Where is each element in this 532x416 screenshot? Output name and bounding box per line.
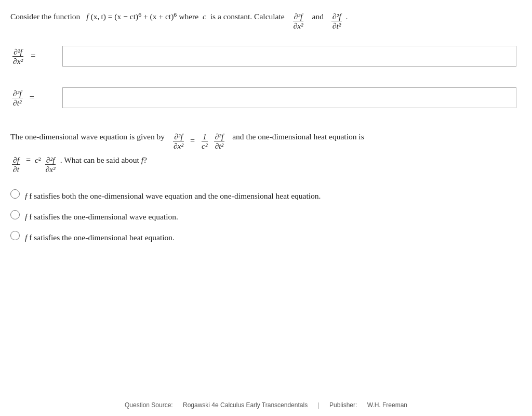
footer-source-label: Question Source: [125, 401, 173, 409]
radio-opt2-label[interactable]: f f satisfies the one-dimensional wave e… [25, 212, 178, 222]
wave-rhs-deriv-frac: ∂²f ∂t² [214, 132, 225, 150]
label-frac-dt2-den: ∂t² [12, 98, 23, 107]
calc-frac2-den: ∂t² [331, 21, 342, 30]
heat-rhs-frac: ∂²f ∂x² [45, 155, 57, 174]
function-eq: (x, t) = (x − ct)⁶ + (x + ct)⁶ where [91, 10, 201, 23]
function-def: f [86, 10, 88, 23]
wave-equation-line: The one-dimensional wave equation is giv… [10, 129, 516, 150]
label-fraction-dt2: ∂²f ∂t² [12, 89, 23, 107]
calc-fraction-1: ∂²f ∂x² [292, 12, 304, 30]
heat-equation-line: ∂f ∂t = c² ∂²f ∂x² . What can be said ab… [10, 152, 516, 174]
radio-opt2[interactable] [10, 210, 20, 219]
is-constant: is a constant. Calculate [208, 10, 285, 23]
radio-opt3-label[interactable]: f f satisfies the one-dimensional heat e… [25, 233, 175, 242]
label-frac-dx2-den: ∂x² [12, 57, 24, 66]
wave-lhs-frac: ∂²f ∂x² [172, 132, 184, 150]
input-label-dt2: ∂²f ∂t² = [10, 89, 57, 107]
wave-equation-display: ∂²f ∂x² = 1 c² ∂²f ∂t² [171, 132, 226, 150]
calc-fraction-2: ∂²f ∂t² [331, 12, 342, 30]
footer-publisher: W.H. Freeman [367, 401, 407, 409]
radio-opt3[interactable] [10, 231, 20, 240]
answer-input-dx2[interactable] [62, 46, 516, 67]
input-row-dx2: ∂²f ∂x² = [10, 46, 516, 67]
label-fraction-dx2: ∂²f ∂x² [12, 47, 24, 66]
input-row-dt2: ∂²f ∂t² = [10, 87, 516, 108]
footer-publisher-label: Publisher: [329, 401, 357, 409]
answer-input-dt2[interactable] [62, 87, 516, 108]
intro-text: Consider the function [10, 10, 80, 23]
heat-lhs-frac: ∂f ∂t [12, 155, 20, 174]
heat-c2: c² [35, 152, 41, 167]
radio-opt1[interactable] [10, 189, 20, 199]
label-frac-dt2-num: ∂²f [12, 89, 23, 98]
calc-frac2-num: ∂²f [331, 12, 342, 21]
wave-eq-equals: = [190, 133, 195, 149]
radio-option-3: f f satisfies the one-dimensional heat e… [10, 230, 516, 242]
radio-options-container: f f satisfies both the one-dimensional w… [10, 188, 516, 242]
radio-option-2: f f satisfies the one-dimensional wave e… [10, 209, 516, 222]
what-can-be-said: . What can be said about f? [60, 152, 147, 167]
calc-frac1-den: ∂x² [292, 21, 304, 30]
footer-divider: | [317, 401, 319, 409]
problem-statement: Consider the function f(x, t) = (x − ct)… [10, 10, 516, 30]
equals-dx2: = [31, 51, 35, 61]
wave-intro: The one-dimensional wave equation is giv… [10, 129, 165, 144]
footer: Question Source: Rogawski 4e Calculus Ea… [0, 401, 532, 409]
label-frac-dx2-num: ∂²f [12, 47, 23, 57]
and-connector: and [312, 10, 324, 23]
wave-rhs-coef-frac: 1 c² [201, 132, 209, 150]
wave-heat-section: The one-dimensional wave equation is giv… [10, 129, 516, 174]
equals-dt2: = [30, 93, 34, 102]
input-label-dx2: ∂²f ∂x² = [10, 47, 57, 66]
heat-eq-equals: = [26, 152, 31, 168]
radio-opt1-label[interactable]: f f satisfies both the one-dimensional w… [25, 191, 321, 201]
calc-frac1-num: ∂²f [293, 12, 304, 21]
c-var: c [203, 10, 206, 23]
and-heat-text: and the one-dimensional heat equation is [232, 129, 364, 144]
radio-option-1: f f satisfies both the one-dimensional w… [10, 188, 516, 201]
footer-source: Rogawski 4e Calculus Early Transcendenta… [183, 401, 308, 409]
period: . [345, 10, 348, 23]
